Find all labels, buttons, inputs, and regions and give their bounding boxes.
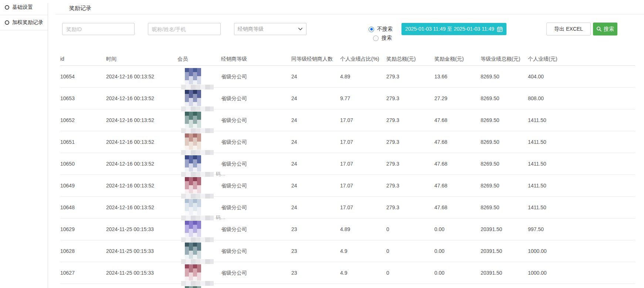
header-cell: 个人业绩占比(%) — [340, 52, 386, 65]
cell-peer_count — [291, 284, 340, 288]
cell-level_total: 8269.50 — [481, 66, 528, 87]
cell-member — [177, 262, 221, 284]
table-row: 106482024-12-16 00:13:52码…省级分公司2417.0727… — [60, 197, 635, 218]
cell-level: 省级分公司 — [221, 175, 291, 196]
cell-id: 10652 — [60, 109, 106, 131]
dealer-level-select[interactable]: 经销商等级 — [234, 23, 306, 35]
cell-reward_amount: 27.29 — [434, 88, 481, 109]
table-body: 106542024-12-16 00:13:52省级分公司244.89279.3… — [60, 66, 635, 288]
header-cell: 奖励金额(元) — [434, 52, 481, 65]
circle-icon — [5, 5, 9, 10]
cell-time: 2024-12-16 00:13:52 — [106, 197, 177, 218]
cell-member — [177, 88, 221, 109]
cell-reward_amount: 0.00 — [434, 240, 481, 262]
radio-dot-icon — [369, 27, 374, 32]
member-avatar[interactable] — [185, 286, 201, 288]
table-row: 106272024-11-25 00:15:33省级分公司234.900.002… — [60, 262, 635, 284]
cell-peer_count: 23 — [291, 240, 340, 262]
cell-reward_total: 279.3 — [386, 131, 434, 153]
cell-reward_total: 0 — [386, 240, 434, 262]
table-header: id时间会员经销商等级同等级经销商人数个人业绩占比(%)奖励总额(元)奖励金额(… — [60, 52, 635, 66]
cell-personal: 1411.50 — [528, 153, 635, 175]
cell-level — [221, 284, 291, 288]
member-avatar[interactable] — [185, 68, 201, 84]
cell-ratio: 17.07 — [340, 131, 386, 153]
dealer-level-select-value: 经销商等级 — [238, 26, 264, 33]
cell-member — [177, 284, 221, 288]
cell-level: 省级分公司 — [221, 131, 291, 153]
member-avatar[interactable] — [185, 155, 201, 172]
cell-reward_amount: 47.68 — [434, 131, 481, 153]
cell-level: 省级分公司 — [221, 66, 291, 87]
cell-member — [177, 175, 221, 196]
chevron-down-icon — [298, 27, 303, 31]
sidebar-item-basic-settings[interactable]: 基础设置 — [0, 0, 48, 15]
radio-search-label: 搜索 — [382, 35, 392, 41]
cell-peer_count: 24 — [291, 175, 340, 196]
cell-reward_amount — [434, 284, 481, 288]
cell-ratio: 17.07 — [340, 175, 386, 196]
date-range-button[interactable]: 2025-01-03 11:49 至 2025-01-03 11:49 — [401, 23, 506, 35]
export-excel-button[interactable]: 导出 EXCEL — [546, 23, 591, 35]
cell-level_total: 8269.50 — [481, 153, 528, 175]
cell-reward_amount: 47.68 — [434, 109, 481, 131]
page-title: 奖励记录 — [69, 5, 91, 12]
cell-peer_count: 24 — [291, 109, 340, 131]
cell-time: 2024-12-16 00:13:52 — [106, 109, 177, 131]
sidebar-divider — [48, 3, 48, 288]
cell-personal: 1411.50 — [528, 109, 635, 131]
cell-personal: 1000.00 — [528, 240, 635, 262]
table-row: 106492024-12-16 00:13:52省级分公司2417.07279.… — [60, 175, 635, 197]
table-row: 106522024-12-16 00:13:52省级分公司2417.07279.… — [60, 109, 635, 131]
sidebar-item-label: 基础设置 — [12, 4, 33, 11]
member-avatar[interactable] — [185, 112, 201, 128]
cell-level: 省级分公司 — [221, 262, 291, 284]
cell-id: 10654 — [60, 66, 106, 87]
cell-ratio: 4.89 — [340, 66, 386, 87]
cell-member — [177, 240, 221, 262]
cell-level_total: 20391.50 — [481, 262, 528, 284]
cell-ratio — [340, 284, 386, 288]
table-row: 106512024-12-16 00:13:52省级分公司2417.07279.… — [60, 131, 635, 153]
header-cell: id — [60, 52, 106, 65]
search-button[interactable]: 搜索 — [593, 23, 617, 35]
cell-level: 省级分公司 — [221, 240, 291, 262]
radio-search[interactable]: 搜索 — [373, 35, 392, 41]
cell-member — [177, 109, 221, 131]
member-avatar[interactable] — [185, 177, 201, 193]
cell-id: 10627 — [60, 262, 106, 284]
cell-ratio: 17.07 — [340, 153, 386, 175]
cell-reward_amount: 0.00 — [434, 262, 481, 284]
reward-id-input[interactable] — [62, 23, 135, 35]
member-avatar[interactable] — [185, 133, 201, 150]
circle-icon — [5, 20, 9, 25]
header-cell: 时间 — [106, 52, 177, 65]
weighted-reward-records-page: 基础设置 加权奖励记录 奖励记录 经销商等级 不搜索 搜索 2025-01-03… — [0, 0, 644, 288]
cell-ratio: 4.9 — [340, 240, 386, 262]
member-avatar[interactable] — [185, 221, 201, 237]
member-avatar[interactable] — [185, 199, 201, 215]
member-avatar[interactable] — [185, 243, 201, 259]
header-cell: 会员 — [177, 52, 221, 65]
cell-reward_amount: 47.68 — [434, 153, 481, 175]
cell-peer_count: 23 — [291, 262, 340, 284]
table-row: 106532024-12-16 00:13:52省级分公司249.77279.3… — [60, 88, 635, 109]
table-row: 106542024-12-16 00:13:52省级分公司244.89279.3… — [60, 66, 635, 88]
cell-personal: 808.00 — [528, 88, 635, 109]
member-avatar[interactable] — [185, 264, 201, 281]
date-range-text: 2025-01-03 11:49 至 2025-01-03 11:49 — [405, 26, 494, 33]
member-avatar[interactable] — [185, 90, 201, 106]
table-row: 106292024-11-25 00:15:33省级分公司234.8900.00… — [60, 218, 635, 240]
cell-peer_count: 24 — [291, 131, 340, 153]
title-divider — [55, 14, 644, 14]
member-search-input[interactable] — [148, 23, 221, 35]
cell-time: 2024-12-16 00:13:52 — [106, 175, 177, 196]
radio-no-search[interactable]: 不搜索 — [369, 26, 393, 33]
radio-no-search-label: 不搜索 — [377, 26, 393, 33]
cell-member — [177, 66, 221, 87]
cell-peer_count: 24 — [291, 197, 340, 218]
cell-time: 2024-12-16 00:13:52 — [106, 66, 177, 87]
cell-id: 10629 — [60, 218, 106, 240]
header-cell: 经销商等级 — [221, 52, 291, 65]
sidebar-item-weighted-reward-records[interactable]: 加权奖励记录 — [0, 15, 48, 30]
